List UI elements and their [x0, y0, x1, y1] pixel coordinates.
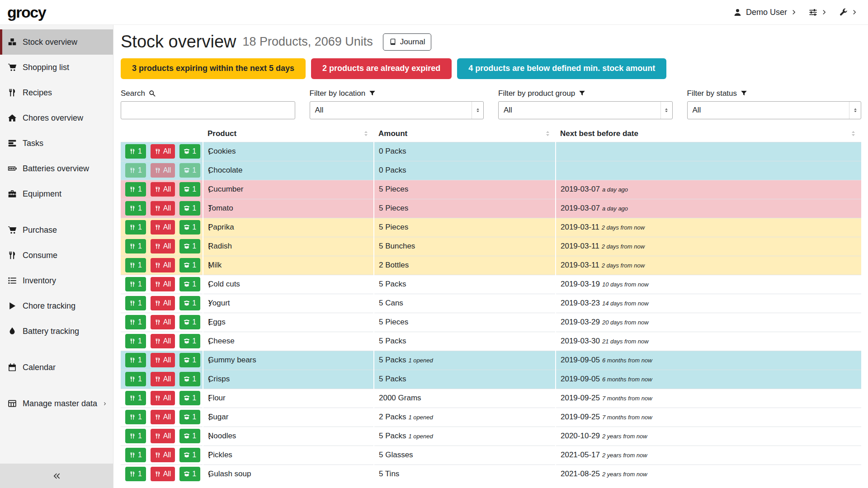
consume-one-button[interactable]: 1 [125, 429, 146, 443]
row-actions: 1 All 1 [121, 256, 203, 275]
box-open-icon [184, 433, 190, 439]
consume-one-button[interactable]: 1 [125, 296, 146, 310]
product-best-before-date: 2019-03-3021 days from now [556, 332, 861, 351]
sidebar-item-chores-overview[interactable]: Chores overview [0, 105, 113, 131]
consume-all-button[interactable]: All [151, 467, 175, 481]
consume-all-button[interactable]: All [151, 391, 175, 405]
status-select[interactable]: All [687, 101, 862, 119]
sidebar-item-battery-tracking[interactable]: Battery tracking [0, 319, 113, 344]
open-one-button[interactable]: 1 [179, 353, 200, 367]
consume-all-button[interactable]: All [151, 315, 175, 329]
consume-one-button[interactable]: 1 [125, 334, 146, 348]
consume-all-button[interactable]: All [151, 372, 175, 386]
consume-all-button[interactable]: All [151, 353, 175, 367]
admin-menu[interactable] [839, 8, 857, 17]
consume-one-button[interactable]: 1 [125, 315, 146, 329]
open-one-button[interactable]: 1 [179, 334, 200, 348]
open-one-button[interactable]: 1 [179, 277, 200, 291]
sidebar-item-recipes[interactable]: Recipes [0, 80, 113, 105]
product-name: Noodles [203, 427, 374, 446]
sidebar-item-chore-tracking[interactable]: Chore tracking [0, 293, 113, 319]
consume-all-button[interactable]: All [151, 334, 175, 348]
open-one-button[interactable]: 1 [179, 163, 200, 178]
product-amount: 5 Packs [374, 370, 556, 389]
open-one-button[interactable]: 1 [179, 182, 200, 197]
expiring-products-alert[interactable]: 3 products expiring within the next 5 da… [121, 58, 306, 79]
box-open-icon [184, 338, 190, 344]
table-row-radish: 1 All 1 Radish 5 Bunches 2019-03-112 day… [121, 237, 861, 256]
consume-all-button[interactable]: All [151, 410, 175, 424]
consume-one-button[interactable]: 1 [125, 410, 146, 424]
column-header-best-before-date[interactable]: Next best before date [556, 126, 861, 142]
product-group-select[interactable]: All [498, 101, 673, 119]
open-one-button[interactable]: 1 [179, 144, 200, 159]
table-row-pickles: 1 All 1 Pickles 5 Glasses 2021-05-172 ye… [121, 446, 861, 465]
open-one-button[interactable]: 1 [179, 429, 200, 443]
consume-one-button[interactable]: 1 [125, 182, 146, 197]
consume-one-button[interactable]: 1 [125, 239, 146, 253]
open-one-button[interactable]: 1 [179, 201, 200, 216]
open-one-button[interactable]: 1 [179, 220, 200, 235]
expired-products-alert[interactable]: 2 products are already expired [311, 58, 452, 79]
consume-all-button[interactable]: All [151, 277, 175, 291]
consume-all-button[interactable]: All [151, 182, 175, 197]
consume-all-button[interactable]: All [151, 258, 175, 272]
sidebar-item-purchase[interactable]: Purchase [0, 217, 113, 243]
consume-one-button[interactable]: 1 [125, 353, 146, 367]
sidebar-item-tasks[interactable]: Tasks [0, 131, 113, 156]
sidebar-item-manage-master-data[interactable]: Manage master data [0, 391, 113, 416]
consume-all-button[interactable]: All [151, 163, 175, 178]
product-name: Yogurt [203, 294, 374, 313]
consume-one-button[interactable]: 1 [125, 163, 146, 178]
open-one-button[interactable]: 1 [179, 239, 200, 253]
sidebar-item-consume[interactable]: Consume [0, 243, 113, 268]
consume-all-button[interactable]: All [151, 429, 175, 443]
row-actions: 1 All 1 [121, 294, 203, 313]
consume-one-button[interactable]: 1 [125, 467, 146, 481]
user-menu[interactable]: Demo User [733, 8, 797, 17]
sidebar-item-calendar[interactable]: Calendar [0, 355, 113, 380]
settings-menu[interactable] [809, 8, 827, 17]
below-min-stock-alert[interactable]: 4 products are below defined min. stock … [457, 58, 666, 79]
journal-button[interactable]: Journal [383, 33, 432, 51]
open-one-button[interactable]: 1 [179, 315, 200, 329]
column-header-amount[interactable]: Amount [374, 126, 556, 142]
box-open-icon [184, 281, 190, 287]
consume-one-button[interactable]: 1 [125, 277, 146, 291]
consume-one-button[interactable]: 1 [125, 258, 146, 272]
utensils-icon [129, 224, 136, 230]
sidebar-collapse-button[interactable] [0, 464, 113, 488]
open-one-button[interactable]: 1 [179, 372, 200, 386]
consume-one-button[interactable]: 1 [125, 448, 146, 462]
open-one-button[interactable]: 1 [179, 448, 200, 462]
sidebar-item-batteries-overview[interactable]: Batteries overview [0, 156, 113, 181]
consume-all-button[interactable]: All [151, 448, 175, 462]
product-amount: 2 Packs1 opened [374, 408, 556, 427]
consume-all-button[interactable]: All [151, 220, 175, 235]
app-logo[interactable]: grocy [7, 4, 46, 21]
search-input[interactable] [121, 101, 295, 119]
consume-all-button[interactable]: All [151, 201, 175, 216]
location-select[interactable]: All [310, 101, 484, 119]
consume-all-button[interactable]: All [151, 296, 175, 310]
consume-one-button[interactable]: 1 [125, 372, 146, 386]
open-one-button[interactable]: 1 [179, 391, 200, 405]
consume-one-button[interactable]: 1 [125, 201, 146, 216]
utensils-icon [155, 471, 161, 477]
sidebar-item-stock-overview[interactable]: Stock overview [0, 29, 113, 55]
table-row-cookies: 1 All 1 Cookies 0 Packs [121, 142, 861, 161]
chevron-double-left-icon [53, 472, 61, 480]
open-one-button[interactable]: 1 [179, 410, 200, 424]
open-one-button[interactable]: 1 [179, 258, 200, 272]
consume-all-button[interactable]: All [151, 144, 175, 159]
sidebar-item-inventory[interactable]: Inventory [0, 268, 113, 293]
open-one-button[interactable]: 1 [179, 467, 200, 481]
sidebar-item-shopping-list[interactable]: Shopping list [0, 55, 113, 80]
column-header-product[interactable]: Product [203, 126, 374, 142]
consume-one-button[interactable]: 1 [125, 391, 146, 405]
consume-all-button[interactable]: All [151, 239, 175, 253]
consume-one-button[interactable]: 1 [125, 144, 146, 159]
sidebar-item-equipment[interactable]: Equipment [0, 181, 113, 206]
open-one-button[interactable]: 1 [179, 296, 200, 310]
consume-one-button[interactable]: 1 [125, 220, 146, 235]
